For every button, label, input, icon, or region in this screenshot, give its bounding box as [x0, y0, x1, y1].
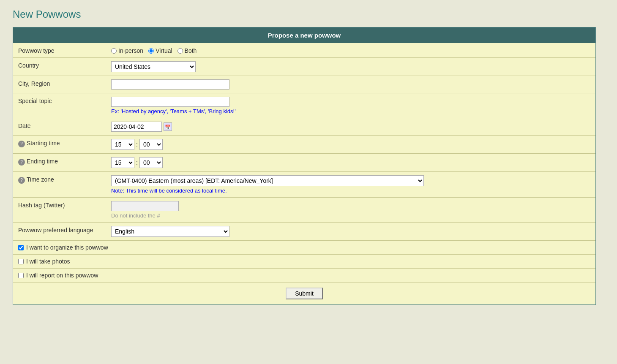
ending-time-minute[interactable]: 00	[139, 157, 163, 168]
ending-time-cell: 15 : 00	[106, 154, 595, 172]
language-cell: English	[106, 223, 595, 241]
form-header: Propose a new powwow	[13, 27, 595, 43]
propose-form: Propose a new powwow Powwow type In-pers…	[13, 27, 596, 305]
organize-row: I want to organize this powwow	[13, 241, 595, 255]
date-cell: 📅	[106, 118, 595, 136]
powwow-type-label: Powwow type	[13, 43, 106, 58]
special-topic-cell: Ex: 'Hosted by agency', 'Teams + TMs', '…	[106, 93, 595, 118]
timezone-select[interactable]: (GMT-0400) Eastern (most areas) [EDT: Am…	[111, 175, 424, 186]
radio-virtual[interactable]: Virtual	[148, 47, 172, 54]
starting-time-label: ?Starting time	[13, 136, 106, 154]
radio-virtual-input[interactable]	[148, 48, 154, 54]
photos-checkbox[interactable]	[18, 259, 24, 264]
hashtag-input[interactable]	[111, 201, 179, 211]
report-label[interactable]: I will report on this powwow	[18, 272, 590, 279]
ending-time-help-icon[interactable]: ?	[18, 159, 25, 166]
hashtag-label: Hash tag (Twitter)	[13, 198, 106, 223]
report-text: I will report on this powwow	[26, 272, 98, 279]
hashtag-cell: Do not include the #	[106, 198, 595, 223]
organize-label[interactable]: I want to organize this powwow	[18, 244, 590, 251]
city-region-label: City, Region	[13, 76, 106, 93]
radio-both-label: Both	[185, 47, 197, 54]
timezone-note: Note: This time will be considered as lo…	[111, 187, 590, 194]
city-region-cell	[106, 76, 595, 93]
country-select[interactable]: United States	[111, 61, 196, 72]
starting-time-minute[interactable]: 00	[139, 139, 163, 150]
special-topic-example: Ex: 'Hosted by agency', 'Teams + TMs', '…	[111, 108, 590, 114]
timezone-cell: (GMT-0400) Eastern (most areas) [EDT: Am…	[106, 172, 595, 198]
radio-inperson-input[interactable]	[111, 48, 117, 54]
starting-time-help-icon[interactable]: ?	[18, 141, 25, 147]
radio-virtual-label: Virtual	[156, 47, 172, 54]
report-checkbox[interactable]	[18, 273, 24, 278]
organize-text: I want to organize this powwow	[26, 244, 108, 251]
language-select[interactable]: English	[111, 226, 229, 237]
report-row: I will report on this powwow	[13, 269, 595, 283]
radio-both-input[interactable]	[177, 48, 183, 54]
powwow-type-cell: In-person Virtual Both	[106, 43, 595, 58]
time-colon-1: :	[136, 141, 138, 148]
radio-inperson[interactable]: In-person	[111, 47, 143, 54]
language-label: Powwow preferred language	[13, 223, 106, 241]
radio-inperson-label: In-person	[118, 47, 143, 54]
starting-time-cell: 15 : 00	[106, 136, 595, 154]
hashtag-placeholder: Do not include the #	[111, 212, 590, 219]
timezone-label: ?Time zone	[13, 172, 106, 198]
time-colon-2: :	[136, 159, 138, 166]
radio-both[interactable]: Both	[177, 47, 197, 54]
photos-label[interactable]: I will take photos	[18, 258, 590, 265]
submit-cell: Submit	[13, 283, 595, 305]
starting-time-hour[interactable]: 15	[111, 139, 134, 150]
special-topic-input[interactable]	[111, 97, 229, 107]
calendar-icon[interactable]: 📅	[164, 122, 172, 131]
date-label: Date	[13, 118, 106, 136]
timezone-help-icon[interactable]: ?	[18, 177, 25, 184]
page-title: New Powwows	[13, 8, 604, 20]
photos-row: I will take photos	[13, 255, 595, 269]
city-region-input[interactable]	[111, 79, 229, 90]
submit-button[interactable]: Submit	[286, 288, 323, 299]
date-input[interactable]	[111, 122, 162, 132]
special-topic-label: Special topic	[13, 93, 106, 118]
country-cell: United States	[106, 58, 595, 76]
photos-text: I will take photos	[26, 258, 70, 265]
organize-checkbox[interactable]	[18, 245, 24, 250]
ending-time-hour[interactable]: 15	[111, 157, 134, 168]
country-label: Country	[13, 58, 106, 76]
ending-time-label: ?Ending time	[13, 154, 106, 172]
